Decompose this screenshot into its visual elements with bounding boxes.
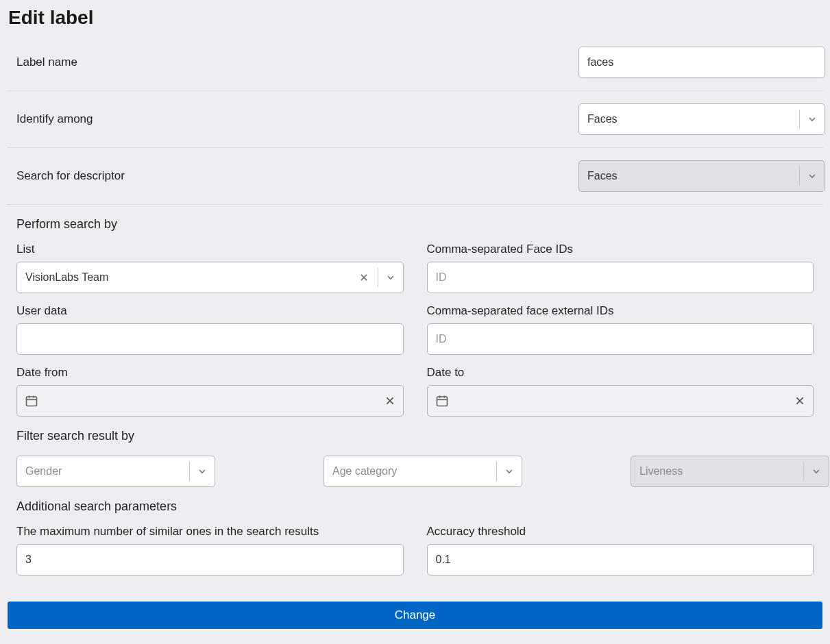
external-ids-label: Comma-separated face external IDs [427,304,814,318]
date-from-input[interactable] [16,385,404,417]
gender-placeholder: Gender [25,465,184,478]
clear-icon[interactable] [385,395,395,406]
chevron-down-icon [197,466,208,477]
perform-search-heading: Perform search by [7,204,823,236]
page-title: Edit label [8,7,823,29]
external-ids-input[interactable] [427,323,814,355]
identify-among-value: Faces [587,113,794,125]
identify-among-label: Identify among [16,112,578,126]
label-name-label: Label name [16,55,578,69]
clear-icon[interactable] [359,273,369,282]
date-to-label: Date to [427,366,814,380]
filter-heading: Filter search result by [7,422,823,447]
date-to-input[interactable] [427,385,814,417]
chevron-down-icon [807,171,818,182]
label-name-input[interactable] [578,47,825,78]
chevron-down-icon [811,466,822,477]
select-divider [496,462,497,481]
list-label: List [16,243,404,256]
select-divider [799,110,800,129]
accuracy-label: Accuracy threshold [427,525,814,538]
change-button[interactable]: Change [8,602,822,629]
select-divider [799,166,800,186]
gender-select[interactable]: Gender [16,456,215,487]
user-data-label: User data [16,304,404,318]
max-similar-input[interactable] [16,544,404,575]
face-ids-input[interactable] [427,262,814,293]
search-descriptor-select[interactable]: Faces [578,160,825,192]
calendar-icon [435,394,449,408]
max-similar-label: The maximum number of similar ones in th… [16,525,404,538]
chevron-down-icon [504,466,515,477]
liveness-select[interactable]: Liveness [631,456,829,487]
select-divider [378,268,378,287]
list-select[interactable]: VisionLabs Team [16,262,404,293]
svg-rect-8 [437,397,447,406]
chevron-down-icon [807,114,818,125]
clear-icon[interactable] [794,395,805,406]
select-divider [189,462,190,481]
identify-among-select[interactable]: Faces [578,103,825,135]
svg-rect-2 [27,397,37,406]
face-ids-label: Comma-separated Face IDs [427,243,814,256]
date-from-label: Date from [16,366,404,380]
search-descriptor-value: Faces [587,170,794,182]
search-descriptor-label: Search for descriptor [16,169,578,183]
accuracy-threshold-input[interactable] [427,544,814,575]
liveness-placeholder: Liveness [639,465,798,478]
chevron-down-icon [385,272,396,283]
age-category-placeholder: Age category [332,465,491,478]
age-category-select[interactable]: Age category [324,456,522,487]
select-divider [803,462,804,481]
additional-heading: Additional search parameters [7,493,823,518]
user-data-input[interactable] [16,323,404,355]
calendar-icon [25,394,38,408]
list-value: VisionLabs Team [25,271,373,284]
